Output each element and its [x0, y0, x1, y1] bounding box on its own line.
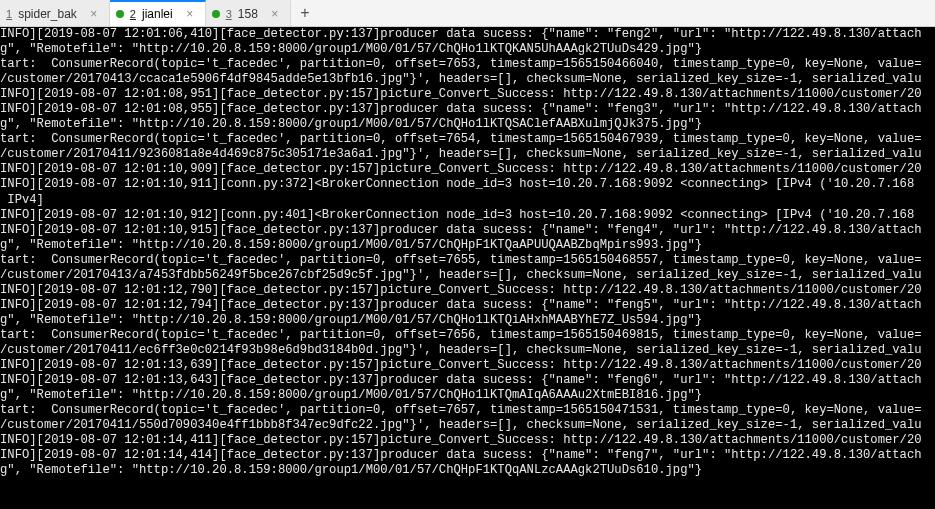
tab-label: 158 [238, 7, 258, 21]
tab-jianlei[interactable]: 2 jianlei × [110, 0, 206, 26]
log-line: INFO][2019-08-07 12:01:10,909][face_dete… [0, 162, 935, 177]
log-line: tart: ConsumerRecord(topic='t_facedec', … [0, 57, 935, 72]
tab-index: 2 [130, 8, 136, 20]
log-line: /customer/20170411/550d7090340e4ff1bbb8f… [0, 418, 935, 433]
dirty-dot-icon [212, 10, 220, 18]
new-tab-button[interactable]: + [291, 0, 319, 26]
log-line: g", "Remotefile": "http://10.20.8.159:80… [0, 388, 935, 403]
close-icon[interactable]: × [87, 7, 101, 21]
log-line: INFO][2019-08-07 12:01:13,639][face_dete… [0, 358, 935, 373]
log-line: g", "Remotefile": "http://10.20.8.159:80… [0, 463, 935, 478]
tab-index: 3 [226, 8, 232, 20]
log-line: tart: ConsumerRecord(topic='t_facedec', … [0, 253, 935, 268]
tab-label: spider_bak [18, 7, 77, 21]
terminal-output[interactable]: INFO][2019-08-07 12:01:06,410][face_dete… [0, 27, 935, 509]
log-line: INFO][2019-08-07 12:01:10,915][face_dete… [0, 223, 935, 238]
log-line: g", "Remotefile": "http://10.20.8.159:80… [0, 313, 935, 328]
log-line: INFO][2019-08-07 12:01:08,955][face_dete… [0, 102, 935, 117]
log-line: INFO][2019-08-07 12:01:12,790][face_dete… [0, 283, 935, 298]
tab-label: jianlei [142, 7, 173, 21]
log-line: INFO][2019-08-07 12:01:06,410][face_dete… [0, 27, 935, 42]
log-line: g", "Remotefile": "http://10.20.8.159:80… [0, 42, 935, 57]
log-line: tart: ConsumerRecord(topic='t_facedec', … [0, 132, 935, 147]
log-line: IPv4] [0, 193, 935, 208]
log-line: INFO][2019-08-07 12:01:12,794][face_dete… [0, 298, 935, 313]
log-line: INFO][2019-08-07 12:01:10,912][conn.py:4… [0, 208, 935, 223]
log-line: INFO][2019-08-07 12:01:13,643][face_dete… [0, 373, 935, 388]
dirty-dot-icon [116, 10, 124, 18]
log-line: /customer/20170413/ccaca1e5906f4df9845ad… [0, 72, 935, 87]
log-line: INFO][2019-08-07 12:01:14,411][face_dete… [0, 433, 935, 448]
log-line: g", "Remotefile": "http://10.20.8.159:80… [0, 238, 935, 253]
log-line: INFO][2019-08-07 12:01:08,951][face_dete… [0, 87, 935, 102]
tab-158[interactable]: 3 158 × [206, 0, 291, 26]
log-line: INFO][2019-08-07 12:01:14,414][face_dete… [0, 448, 935, 463]
log-line: /customer/20170413/a7453fdbb56249f5bce26… [0, 268, 935, 283]
tab-bar: 1 spider_bak × 2 jianlei × 3 158 × + [0, 0, 935, 27]
tab-spider-bak[interactable]: 1 spider_bak × [0, 0, 110, 26]
close-icon[interactable]: × [268, 7, 282, 21]
tab-index: 1 [6, 8, 12, 20]
log-line: INFO][2019-08-07 12:01:10,911][conn.py:3… [0, 177, 935, 192]
log-line: tart: ConsumerRecord(topic='t_facedec', … [0, 403, 935, 418]
log-line: tart: ConsumerRecord(topic='t_facedec', … [0, 328, 935, 343]
log-line: /customer/20170411/ec6ff3e0c0214f93b98e6… [0, 343, 935, 358]
log-line: g", "Remotefile": "http://10.20.8.159:80… [0, 117, 935, 132]
close-icon[interactable]: × [183, 7, 197, 21]
log-line: /customer/20170411/9236081a8e4d469c875c3… [0, 147, 935, 162]
